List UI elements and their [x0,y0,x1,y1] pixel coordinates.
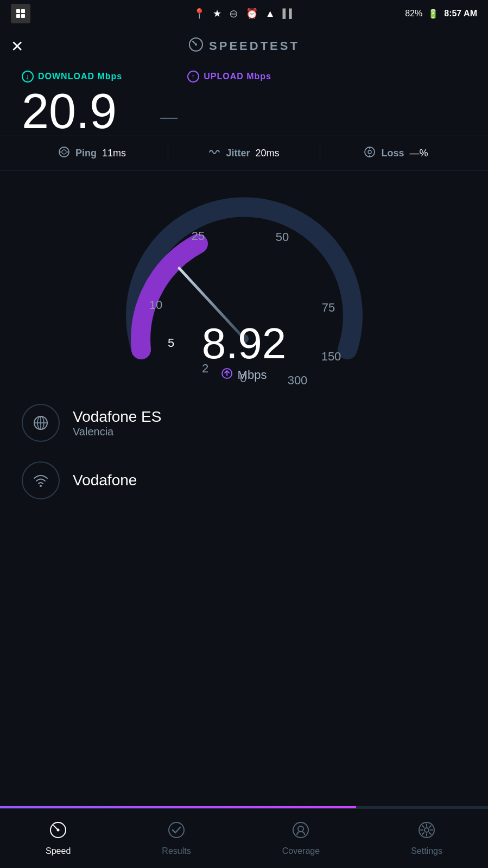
header-title-container: SPEEDTEST [188,37,300,55]
svg-rect-0 [16,9,20,13]
speed-nav-icon [49,821,67,843]
svg-line-45 [422,826,424,827]
svg-text:300: 300 [287,373,307,387]
stats-row: Ping 11ms Jitter 20ms Loss —% [0,136,488,170]
status-left [11,4,30,23]
download-value: 20.9 [22,87,117,136]
svg-line-47 [429,826,431,827]
isp-icon [22,404,60,442]
nav-speed[interactable]: Speed [46,821,71,856]
svg-text:50: 50 [275,230,288,244]
gauge-unit-row: Mbps [202,368,287,382]
network-info: Vodafone [73,472,137,489]
network-name: Vodafone [73,472,137,489]
coverage-nav-icon [291,821,310,843]
loss-value: —% [410,148,428,159]
speed-labels: ↓ DOWNLOAD Mbps ↑ UPLOAD Mbps [22,71,466,83]
ping-icon [58,146,70,161]
isp-info: Vodafone ES Valencia [73,408,161,438]
gauge-container: 0 2 5 10 25 50 75 150 300 [103,181,385,388]
settings-nav-icon [417,821,436,843]
svg-text:75: 75 [321,301,334,314]
location-icon: 📍 [193,8,205,20]
bottom-nav: Speed Results Coverage [0,808,488,868]
svg-point-36 [169,822,184,838]
upload-label: ↑ UPLOAD Mbps [187,71,271,83]
close-button[interactable]: ✕ [11,37,23,55]
svg-point-38 [298,826,303,832]
svg-point-32 [40,485,42,487]
svg-point-8 [62,150,66,154]
download-icon: ↓ [22,71,34,83]
bluetooth-icon: ★ [213,8,221,20]
app-header: ✕ SPEEDTEST [0,27,488,65]
battery-percent: 82% [405,9,422,18]
upload-value: — [160,107,178,127]
results-nav-label: Results [162,846,191,856]
svg-line-46 [429,833,431,834]
network-item: Vodafone [22,461,466,499]
gauge-unit-text: Mbps [238,368,267,382]
gauge-center: 8.92 Mbps [202,322,287,382]
speedtest-logo-icon [188,37,204,55]
loss-stat: Loss —% [320,146,472,161]
loss-icon [364,146,376,161]
svg-point-40 [424,828,429,832]
speed-nav-label: Speed [46,846,71,856]
coverage-nav-label: Coverage [282,846,320,856]
speed-section: ↓ DOWNLOAD Mbps ↑ UPLOAD Mbps 20.9 — [0,65,488,136]
svg-rect-3 [21,14,25,18]
alarm-icon: ⏰ [246,8,258,20]
gauge-section: 0 2 5 10 25 50 75 150 300 [0,170,488,388]
svg-point-35 [57,829,60,832]
svg-point-6 [195,43,197,46]
dnd-icon: ⊖ [229,7,238,20]
isp-location: Valencia [73,426,161,438]
header-title-text: SPEEDTEST [209,39,300,53]
isp-name: Vodafone ES [73,408,161,426]
ping-value: 11ms [102,148,126,159]
svg-text:10: 10 [149,298,162,312]
nav-coverage[interactable]: Coverage [282,821,320,856]
settings-nav-label: Settings [411,846,442,856]
time-display: 8:57 AM [444,9,477,18]
svg-rect-2 [16,14,20,18]
network-icon [22,461,60,499]
svg-text:25: 25 [191,229,204,243]
gauge-speed-value: 8.92 [202,322,287,365]
speed-values: 20.9 — [22,87,466,136]
svg-point-37 [293,822,308,838]
svg-point-12 [368,150,371,154]
ping-label: Ping [75,148,97,159]
jitter-label: Jitter [226,148,250,159]
status-icons-center: 📍 ★ ⊖ ⏰ ▲ ▌▌ [193,7,295,20]
wifi-icon: ▲ [265,8,275,20]
upload-icon: ↑ [187,71,199,83]
app-icon [11,4,30,23]
svg-text:150: 150 [321,350,341,363]
nav-settings[interactable]: Settings [411,821,442,856]
status-right: 82% 🔋 8:57 AM [405,9,477,19]
isp-item: Vodafone ES Valencia [22,404,466,442]
jitter-icon [208,146,220,161]
signal-icon: ▌▌ [283,9,295,18]
ping-stat: Ping 11ms [16,146,168,161]
svg-rect-1 [21,9,25,13]
svg-line-48 [422,833,424,834]
provider-section: Vodafone ES Valencia Vodafone [0,388,488,535]
jitter-value: 20ms [256,148,280,159]
download-label: ↓ DOWNLOAD Mbps [22,71,122,83]
status-bar: 📍 ★ ⊖ ⏰ ▲ ▌▌ 82% 🔋 8:57 AM [0,0,488,27]
battery-icon: 🔋 [428,9,439,19]
svg-text:5: 5 [167,336,174,350]
results-nav-icon [167,821,186,843]
gauge-upload-icon [221,368,233,382]
loss-label: Loss [381,148,404,159]
jitter-stat: Jitter 20ms [168,146,320,161]
nav-results[interactable]: Results [162,821,191,856]
